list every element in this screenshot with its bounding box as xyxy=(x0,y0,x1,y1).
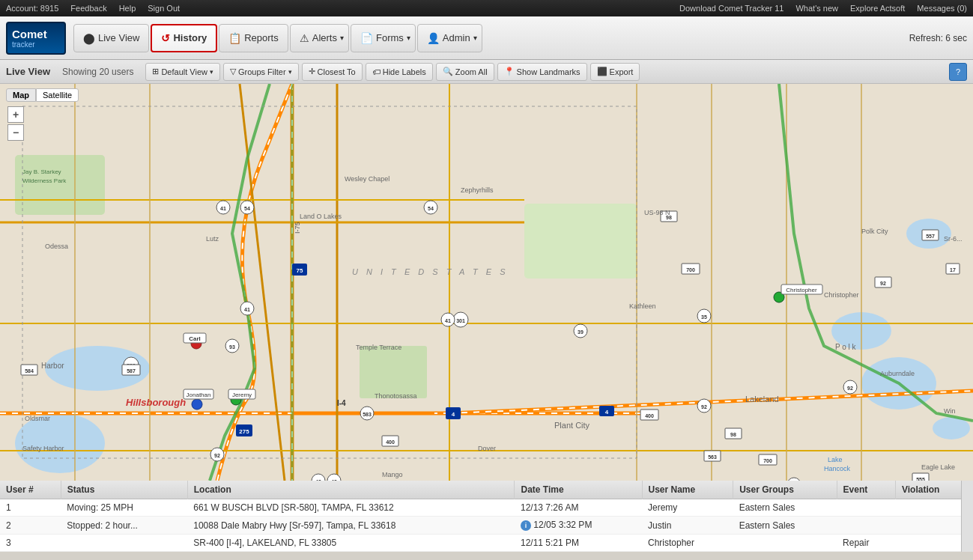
help-info-button[interactable]: ? xyxy=(949,63,967,81)
col-location: Location xyxy=(187,481,515,499)
scrollbar[interactable] xyxy=(961,481,973,552)
zoom-out-button[interactable]: − xyxy=(7,124,24,141)
svg-text:Odessa: Odessa xyxy=(45,243,68,250)
svg-text:Lake: Lake xyxy=(828,456,843,463)
svg-text:Land O Lakes: Land O Lakes xyxy=(300,213,342,220)
map-type-satellite-button[interactable]: Satellite xyxy=(36,88,79,102)
svg-text:400: 400 xyxy=(386,439,395,445)
col-user-num: User # xyxy=(0,481,61,499)
groups-filter-button[interactable]: ▽ Groups Filter xyxy=(223,63,299,81)
forms-button[interactable]: 📄 Forms xyxy=(351,24,416,52)
svg-text:400: 400 xyxy=(645,413,654,419)
liveview-icon: ⬤ xyxy=(83,32,95,44)
zoom-in-button[interactable]: + xyxy=(7,106,24,123)
signout-link[interactable]: Sign Out xyxy=(148,4,180,13)
svg-text:584: 584 xyxy=(25,368,34,374)
history-button[interactable]: ↺ History xyxy=(151,24,217,52)
reports-button[interactable]: 📋 Reports xyxy=(219,24,288,52)
toolbar-left: Live View Showing 20 users ⊞ Default Vie… xyxy=(6,63,640,81)
map-type-controls: Map Satellite xyxy=(6,88,79,102)
table-row[interactable]: 3 SR-400 [I-4], LAKELAND, FL 33805 12/11… xyxy=(0,535,973,552)
svg-text:U N I T E D   S T A T E S: U N I T E D S T A T E S xyxy=(352,267,509,276)
whatsnew-link[interactable]: What's new xyxy=(795,4,838,13)
admin-icon: 👤 xyxy=(427,32,440,44)
history-icon: ↺ xyxy=(161,32,170,44)
cell-user-num: 3 xyxy=(0,535,61,552)
svg-text:557: 557 xyxy=(926,234,935,239)
logo-line2: tracker xyxy=(12,40,47,49)
svg-text:17: 17 xyxy=(950,267,956,273)
svg-text:41: 41 xyxy=(445,318,451,323)
svg-text:92: 92 xyxy=(880,281,886,286)
svg-text:Safety Harbor: Safety Harbor xyxy=(22,445,64,452)
closest-to-button[interactable]: ✛ Closest To xyxy=(302,63,363,81)
cell-status: Stopped: 2 hour... xyxy=(61,517,187,535)
cell-datetime: 12/13 7:26 AM xyxy=(515,499,642,517)
col-status: Status xyxy=(61,481,187,499)
svg-text:54: 54 xyxy=(428,206,434,211)
svg-text:Christopher: Christopher xyxy=(786,287,817,293)
table-row[interactable]: 2 Stopped: 2 hour... 10088 Dale Mabry Hw… xyxy=(0,517,973,535)
feedback-link[interactable]: Feedback xyxy=(70,4,106,13)
reports-icon: 📋 xyxy=(228,32,241,44)
svg-text:Carl: Carl xyxy=(189,335,201,342)
svg-text:75: 75 xyxy=(297,267,303,274)
cell-user-num: 2 xyxy=(0,517,61,535)
table-row[interactable]: 1 Moving: 25 MPH 661 W BUSCH BLVD [SR-58… xyxy=(0,499,973,517)
svg-text:4: 4 xyxy=(605,409,609,416)
cell-event xyxy=(837,499,895,517)
alerts-button[interactable]: ⚠ Alerts xyxy=(290,24,349,52)
alerts-icon: ⚠ xyxy=(300,32,309,44)
show-landmarks-button[interactable]: 📍 Show Landmarks xyxy=(497,63,587,81)
refresh-label: Refresh: 6 sec xyxy=(909,33,967,43)
cell-username: Justin xyxy=(642,517,733,535)
svg-text:Jonathan: Jonathan xyxy=(187,392,211,398)
default-view-button[interactable]: ⊞ Default View xyxy=(145,63,220,81)
map-type-map-button[interactable]: Map xyxy=(6,88,36,102)
map-container[interactable]: I-75 I-4 U N I T E D S T A T E S Hillsbo… xyxy=(0,84,973,481)
svg-text:Mango: Mango xyxy=(382,471,403,478)
col-event: Event xyxy=(837,481,895,499)
svg-text:54: 54 xyxy=(244,206,250,211)
table-body: 1 Moving: 25 MPH 661 W BUSCH BLVD [SR-58… xyxy=(0,499,973,552)
svg-text:Wilderness Park: Wilderness Park xyxy=(22,177,67,184)
cell-user-num: 1 xyxy=(0,499,61,517)
svg-text:Hillsborough: Hillsborough xyxy=(126,397,186,408)
help-link[interactable]: Help xyxy=(119,4,136,13)
users-showing: Showing 20 users xyxy=(62,67,133,77)
svg-text:Christopher: Christopher xyxy=(824,291,859,299)
svg-text:98: 98 xyxy=(730,432,736,437)
svg-text:4: 4 xyxy=(452,411,455,418)
cell-status: Moving: 25 MPH xyxy=(61,499,187,517)
svg-rect-9 xyxy=(524,204,637,279)
groups-filter-icon: ▽ xyxy=(230,67,236,76)
svg-text:587: 587 xyxy=(127,368,136,374)
zoom-controls: + − xyxy=(7,106,24,141)
top-bar-right: Download Comet Tracker 11 What's new Exp… xyxy=(679,4,967,13)
svg-point-154 xyxy=(192,399,202,410)
svg-text:700: 700 xyxy=(763,458,772,463)
liveview-button[interactable]: ⬤ Live View xyxy=(73,24,149,52)
cell-usergroups xyxy=(733,535,837,552)
svg-text:Sr-6...: Sr-6... xyxy=(944,235,963,243)
export-button[interactable]: ⬛ Export xyxy=(590,63,640,81)
zoom-all-button[interactable]: 🔍 Zoom All xyxy=(436,63,494,81)
svg-text:Lakeland: Lakeland xyxy=(745,395,779,404)
svg-text:Oldsmar: Oldsmar xyxy=(25,415,50,422)
messages-link[interactable]: Messages (0) xyxy=(917,4,967,13)
cell-location: 661 W BUSCH BLVD [SR-580], TAMPA, FL 336… xyxy=(187,499,515,517)
explore-link[interactable]: Explore Actsoft xyxy=(850,4,905,13)
data-table-container: User # Status Location Date Time User Na… xyxy=(0,481,973,552)
admin-button[interactable]: 👤 Admin xyxy=(417,24,482,52)
svg-text:Dover: Dover xyxy=(478,445,496,452)
hide-labels-button[interactable]: 🏷 Hide Labels xyxy=(366,63,433,81)
svg-text:700: 700 xyxy=(686,267,695,273)
svg-rect-0 xyxy=(0,84,973,481)
default-view-icon: ⊞ xyxy=(152,67,159,76)
svg-text:92: 92 xyxy=(847,386,853,391)
svg-text:I-75: I-75 xyxy=(294,222,301,234)
svg-text:Lutz: Lutz xyxy=(206,235,219,243)
datetime-info-icon[interactable]: i xyxy=(521,520,531,531)
col-usergroups: User Groups xyxy=(733,481,837,499)
download-link[interactable]: Download Comet Tracker 11 xyxy=(679,4,783,13)
